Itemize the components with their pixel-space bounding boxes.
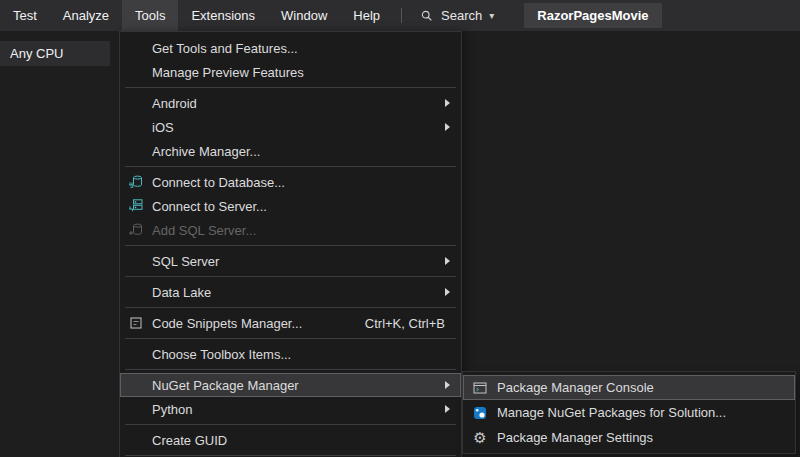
menubar-item-extensions[interactable]: Extensions xyxy=(178,0,268,31)
submenu-arrow-icon xyxy=(445,381,450,389)
nuget-icon xyxy=(463,405,497,421)
menu-item-code-snippets-manager[interactable]: Code Snippets Manager... Ctrl+K, Ctrl+B xyxy=(120,311,461,335)
code-snippets-icon xyxy=(120,315,152,331)
menu-item-choose-toolbox-items[interactable]: Choose Toolbox Items... xyxy=(120,342,461,366)
vs-window: Test Analyze Tools Extensions Window Hel… xyxy=(0,0,800,457)
submenu-arrow-icon xyxy=(445,288,450,296)
search-icon xyxy=(420,9,434,23)
submenu-item-manage-nuget-packages[interactable]: Manage NuGet Packages for Solution... xyxy=(463,400,795,425)
menu-item-manage-preview-features[interactable]: Manage Preview Features xyxy=(120,60,461,84)
menu-item-label: Choose Toolbox Items... xyxy=(152,347,461,362)
menu-item-label: Add SQL Server... xyxy=(152,223,461,238)
menu-item-get-tools-and-features[interactable]: Get Tools and Features... xyxy=(120,36,461,60)
caret-down-icon: ▾ xyxy=(489,11,494,21)
menu-separator xyxy=(125,424,456,425)
menu-item-connect-to-server[interactable]: Connect to Server... xyxy=(120,194,461,218)
menu-item-label: Package Manager Settings xyxy=(497,430,795,445)
menu-separator xyxy=(125,307,456,308)
nuget-package-manager-submenu: Package Manager Console Manage NuGet Pac… xyxy=(462,371,796,454)
submenu-arrow-icon xyxy=(445,257,450,265)
menu-item-data-lake[interactable]: Data Lake xyxy=(120,280,461,304)
menu-item-python[interactable]: Python xyxy=(120,397,461,421)
menu-item-connect-to-database[interactable]: Connect to Database... xyxy=(120,170,461,194)
menu-item-label: Code Snippets Manager... xyxy=(152,316,365,331)
sql-server-add-icon xyxy=(120,222,152,238)
menu-item-label: Manage NuGet Packages for Solution... xyxy=(497,405,795,420)
menu-item-label: Archive Manager... xyxy=(152,144,461,159)
menu-item-label: Python xyxy=(152,402,445,417)
menu-separator xyxy=(125,338,456,339)
console-icon xyxy=(463,380,497,396)
menu-item-label: Data Lake xyxy=(152,285,445,300)
menubar-item-window[interactable]: Window xyxy=(268,0,340,31)
submenu-item-package-manager-console[interactable]: Package Manager Console xyxy=(463,375,795,400)
submenu-arrow-icon xyxy=(445,123,450,131)
gear-icon: ⚙ xyxy=(463,430,497,445)
search-box[interactable]: Search ▾ xyxy=(412,8,502,23)
menubar-item-test[interactable]: Test xyxy=(0,0,50,31)
menu-item-label: Connect to Server... xyxy=(152,199,461,214)
menu-bar: Test Analyze Tools Extensions Window Hel… xyxy=(0,0,800,31)
menubar-item-help[interactable]: Help xyxy=(340,0,393,31)
menu-separator xyxy=(125,276,456,277)
menu-item-label: iOS xyxy=(152,120,445,135)
menubar-divider xyxy=(401,8,402,23)
menu-item-archive-manager[interactable]: Archive Manager... xyxy=(120,139,461,163)
menu-item-label: Package Manager Console xyxy=(497,380,795,395)
menu-item-add-sql-server[interactable]: Add SQL Server... xyxy=(120,218,461,242)
menu-item-ios[interactable]: iOS xyxy=(120,115,461,139)
menu-item-label: Get Tools and Features... xyxy=(152,41,461,56)
menubar-item-analyze[interactable]: Analyze xyxy=(50,0,122,31)
menu-item-android[interactable]: Android xyxy=(120,91,461,115)
menu-item-nuget-package-manager[interactable]: NuGet Package Manager xyxy=(120,373,461,397)
menu-item-label: Manage Preview Features xyxy=(152,65,461,80)
platform-selector[interactable]: Any CPU xyxy=(0,41,110,66)
project-selector[interactable]: RazorPagesMovie xyxy=(524,3,661,28)
menu-separator xyxy=(125,166,456,167)
menu-item-sql-server[interactable]: SQL Server xyxy=(120,249,461,273)
menu-item-label: Android xyxy=(152,96,445,111)
menu-item-label: NuGet Package Manager xyxy=(152,378,445,393)
menu-item-label: Create GUID xyxy=(152,433,461,448)
tools-menu: Get Tools and Features... Manage Preview… xyxy=(119,31,462,457)
menu-item-shortcut: Ctrl+K, Ctrl+B xyxy=(365,316,445,331)
menubar-item-tools[interactable]: Tools xyxy=(122,0,178,31)
menu-item-create-guid[interactable]: Create GUID xyxy=(120,428,461,452)
menu-separator xyxy=(125,245,456,246)
submenu-arrow-icon xyxy=(445,99,450,107)
menu-item-label: Connect to Database... xyxy=(152,175,461,190)
menu-separator xyxy=(125,87,456,88)
submenu-arrow-icon xyxy=(445,405,450,413)
submenu-item-package-manager-settings[interactable]: ⚙ Package Manager Settings xyxy=(463,425,795,450)
menu-item-label: SQL Server xyxy=(152,254,445,269)
menu-separator xyxy=(125,455,456,456)
search-label: Search xyxy=(441,8,482,23)
server-connect-icon xyxy=(120,198,152,214)
database-connect-icon xyxy=(120,174,152,190)
menu-separator xyxy=(125,369,456,370)
